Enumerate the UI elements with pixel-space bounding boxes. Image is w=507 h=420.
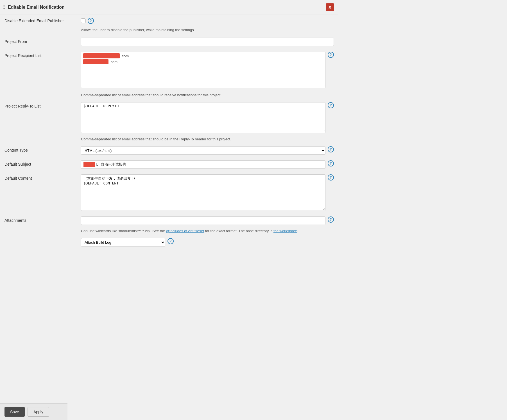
default-content-help-icon[interactable]: ? <box>328 174 334 181</box>
replyto-textarea[interactable]: $DEFAULT_REPLYTO <box>81 102 325 133</box>
project-from-label: Project From <box>4 38 78 44</box>
attach-build-log-wrap: Attach Build Log No Attachment Compress … <box>81 238 334 246</box>
replyto-label: Project Reply-To List <box>4 102 78 108</box>
apply-button[interactable]: Apply <box>28 407 49 417</box>
save-button[interactable]: Save <box>4 407 25 417</box>
content-type-row: Content Type HTML (text/html) Plain Text… <box>0 143 338 158</box>
main-container: ⠿ Editable Email Notification X Disable … <box>0 0 338 420</box>
recipient-list-label: Project Recipient List <box>4 52 78 58</box>
attach-build-log-help-icon[interactable]: ? <box>168 238 174 244</box>
attachments-row: Attachments /test_report/report.html ? <box>0 214 338 228</box>
close-button[interactable]: X <box>326 3 334 11</box>
drag-handle-icon: ⠿ <box>2 5 6 10</box>
workspace-link[interactable]: the workspace <box>273 229 297 233</box>
disable-extended-control: ? <box>81 18 334 24</box>
default-subject-label: Default Subject <box>4 160 78 166</box>
project-from-row: Project From <box>0 35 338 49</box>
content-type-label: Content Type <box>4 146 78 152</box>
subject-prefix-icon <box>83 162 95 167</box>
default-subject-row: Default Subject UI 自动化测试报告 ? <box>0 158 338 172</box>
disable-extended-row: Disable Extended Email Publisher ? <box>0 15 338 27</box>
attach-build-log-row: Attach Build Log No Attachment Compress … <box>0 235 338 249</box>
recipient-list-wrap: .com .com ? <box>81 52 334 89</box>
panel-header: ⠿ Editable Email Notification X <box>0 0 338 15</box>
footer-bar: Save Apply <box>0 403 67 420</box>
content-type-help-icon[interactable]: ? <box>328 146 334 152</box>
replyto-help: Comma-separated list of email address th… <box>0 136 338 143</box>
ant-fileset-link[interactable]: @includes of Ant fileset <box>166 229 204 233</box>
disable-extended-help-text: Allows the user to disable the publisher… <box>0 27 338 35</box>
default-subject-wrap: UI 自动化测试报告 ? <box>81 160 334 169</box>
recipient-list-help-icon[interactable]: ? <box>328 52 334 58</box>
attachments-help-text3: . <box>297 229 298 233</box>
header-left: ⠿ Editable Email Notification <box>2 5 65 10</box>
panel-title: Editable Email Notification <box>8 5 65 10</box>
content-type-select[interactable]: HTML (text/html) Plain Text (text/plain) <box>81 146 325 155</box>
default-subject-help-icon[interactable]: ? <box>328 160 334 166</box>
attachments-help-text1: Can use wildcards like 'module/dist/**/*… <box>81 229 166 233</box>
disable-extended-label: Disable Extended Email Publisher <box>4 19 78 23</box>
recipient-list-row: Project Recipient List .com .com ? <box>0 49 338 92</box>
replyto-row: Project Reply-To List $DEFAULT_REPLYTO ? <box>0 99 338 136</box>
default-content-row: Default Content （本邮件自动下发，请勿回复!) $DEFAULT… <box>0 172 338 214</box>
disable-extended-checkbox[interactable] <box>81 19 85 23</box>
default-content-wrap: （本邮件自动下发，请勿回复!) $DEFAULT_CONTENT ? <box>81 174 334 211</box>
attachments-input[interactable]: /test_report/report.html <box>81 216 325 225</box>
attachments-help-text2: for the exact format. The base directory… <box>204 229 273 233</box>
default-subject-text: UI 自动化测试报告 <box>96 162 126 167</box>
attachments-label: Attachments <box>4 216 78 223</box>
recipient-list-help: Comma-separated list of email address th… <box>0 92 338 99</box>
attachments-wrap: /test_report/report.html ? <box>81 216 334 225</box>
attach-build-log-select[interactable]: Attach Build Log No Attachment Compress … <box>81 238 165 246</box>
recipient-list-textarea[interactable] <box>81 52 325 88</box>
default-content-label: Default Content <box>4 174 78 181</box>
replyto-help-icon[interactable]: ? <box>328 102 334 108</box>
default-subject-field[interactable]: UI 自动化测试报告 <box>81 160 325 169</box>
project-from-wrap <box>81 38 334 46</box>
default-content-textarea[interactable]: （本邮件自动下发，请勿回复!) $DEFAULT_CONTENT <box>81 174 325 211</box>
replyto-wrap: $DEFAULT_REPLYTO ? <box>81 102 334 133</box>
attachments-help: Can use wildcards like 'module/dist/**/*… <box>0 228 338 235</box>
attach-build-log-label <box>4 238 78 240</box>
project-from-input[interactable] <box>81 38 334 46</box>
content-type-wrap: HTML (text/html) Plain Text (text/plain)… <box>81 146 334 155</box>
attachments-help-icon[interactable]: ? <box>328 216 334 223</box>
disable-extended-help-icon[interactable]: ? <box>88 18 94 24</box>
